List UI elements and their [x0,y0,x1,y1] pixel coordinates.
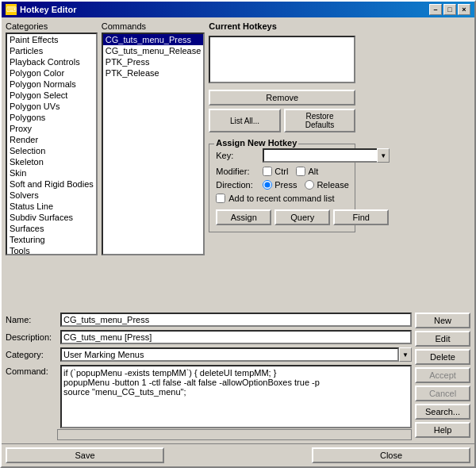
name-input[interactable] [60,313,412,327]
category-item[interactable]: Proxy [7,123,96,134]
new-button[interactable]: New [415,313,470,328]
add-recent-checkbox[interactable] [216,194,225,203]
bottom-section: Name: Description: Category: ▼ Command: [2,309,474,440]
titlebar-left: ⌨ Hotkey Editor [6,4,77,15]
maximize-button[interactable]: □ [443,4,456,15]
command-textarea[interactable] [60,365,412,428]
titlebar: ⌨ Hotkey Editor – □ × [2,2,474,17]
categories-listbox[interactable]: Paint EffectsParticlesPlayback ControlsP… [6,33,98,255]
direction-row: Direction: Press Release [216,180,348,190]
release-radio-item: Release [305,180,348,190]
category-item[interactable]: Soft and Rigid Bodies [7,178,96,190]
category-item[interactable]: Surfaces [7,223,96,234]
category-item[interactable]: Polygon Normals [7,79,96,90]
category-item[interactable]: Status Line [7,201,96,212]
add-recent-label: Add to recent command list [228,194,334,203]
modifier-group: Ctrl Alt [263,167,318,176]
list-restore-row: List All... Restore Defaults [209,109,355,132]
category-input[interactable] [60,347,399,362]
assign-button[interactable]: Assign [216,209,271,225]
add-recent-row: Add to recent command list [216,194,348,203]
direction-label: Direction: [216,180,259,190]
category-item[interactable]: Polygon Color [7,67,96,79]
description-input[interactable] [60,330,412,344]
save-button[interactable]: Save [6,447,164,463]
commands-label: Commands [102,21,205,31]
category-item[interactable]: Selection [7,145,96,156]
command-label: Command: [6,365,57,428]
command-item[interactable]: PTK_Press [103,56,203,67]
minimize-button[interactable]: – [429,4,442,15]
right-panel: Current Hotkeys Remove List All... Resto… [209,21,355,255]
query-button[interactable]: Query [274,209,330,225]
help-button[interactable]: Help [415,422,470,438]
window-title: Hotkey Editor [20,5,77,14]
current-hotkeys-label: Current Hotkeys [209,21,355,31]
assign-hotkey-group: Assign New Hotkey Key: ▼ Modifier: [209,144,355,232]
alt-checkbox[interactable] [296,167,305,176]
alt-label: Alt [308,167,318,176]
bottom-main: Name: Description: Category: ▼ Command: [6,313,470,440]
ctrl-checkbox[interactable] [263,167,272,176]
categories-panel: Categories Paint EffectsParticlesPlaybac… [6,21,98,255]
command-area-wrap: Command: [6,365,412,428]
category-item[interactable]: Solvers [7,190,96,201]
category-item[interactable]: Paint Effects [7,34,96,45]
hotkeys-listbox[interactable] [209,36,355,83]
close-footer-button[interactable]: Close [312,447,470,463]
remove-button[interactable]: Remove [209,90,355,105]
commands-listbox[interactable]: CG_tuts_menu_PressCG_tuts_menu_ReleasePT… [102,33,205,255]
command-item[interactable]: CG_tuts_menu_Release [103,45,203,56]
categories-label: Categories [6,21,98,31]
panels-row: Categories Paint EffectsParticlesPlaybac… [6,21,355,255]
release-radio[interactable] [305,180,314,190]
window-icon: ⌨ [6,4,17,15]
key-input[interactable] [263,148,377,163]
edit-button[interactable]: Edit [415,331,470,347]
bottom-right-buttons: New Edit Delete Accept Cancel Search... … [415,313,470,438]
modifier-row: Modifier: Ctrl Alt [216,167,348,176]
category-item[interactable]: Skin [7,167,96,178]
titlebar-buttons: – □ × [429,4,470,15]
command-item[interactable]: PTK_Release [103,67,203,79]
category-item[interactable]: Skeleton [7,156,96,167]
delete-button[interactable]: Delete [415,349,470,365]
category-item[interactable]: Playback Controls [7,56,96,67]
category-item[interactable]: Render [7,134,96,145]
category-item[interactable]: Polygon Select [7,90,96,101]
category-item[interactable]: Subdiv Surfaces [7,212,96,223]
accept-button[interactable]: Accept [415,367,470,383]
restore-defaults-button[interactable]: Restore Defaults [284,109,356,132]
category-item[interactable]: Polygon UVs [7,101,96,112]
hotkey-editor-window: ⌨ Hotkey Editor – □ × Categories Paint E… [0,0,476,468]
close-button[interactable]: × [458,4,470,15]
command-item[interactable]: CG_tuts_menu_Press [103,34,203,45]
category-input-wrap: ▼ [60,347,412,362]
direction-group: Press Release [263,180,348,190]
footer-buttons: Save Close [2,443,474,466]
bottom-left: Name: Description: Category: ▼ Command: [6,313,412,440]
search-button[interactable]: Search... [415,404,470,420]
h-scrollbar[interactable] [57,429,412,440]
press-radio[interactable] [263,180,272,190]
assign-query-find-row: Assign Query Find [216,209,348,225]
category-item[interactable]: Polygons [7,112,96,123]
list-all-button[interactable]: List All... [209,109,281,132]
cancel-button[interactable]: Cancel [415,386,470,401]
find-button[interactable]: Find [333,209,389,225]
category-dropdown-button[interactable]: ▼ [399,347,412,362]
alt-radio-item: Alt [296,167,318,176]
category-item[interactable]: Particles [7,45,96,56]
ctrl-label: Ctrl [274,167,288,176]
ctrl-radio-item: Ctrl [263,167,288,176]
key-arrow-button[interactable]: ▼ [377,148,390,163]
category-item[interactable]: Texturing [7,234,96,245]
assign-hotkey-title: Assign New Hotkey [214,138,298,148]
category-item[interactable]: Tools [7,245,96,255]
category-label: Category: [6,350,57,359]
key-row: Key: ▼ [216,148,348,163]
name-row: Name: [6,313,412,327]
h-scrollbar-area [57,429,412,440]
name-label: Name: [6,315,57,324]
key-label: Key: [216,151,259,160]
